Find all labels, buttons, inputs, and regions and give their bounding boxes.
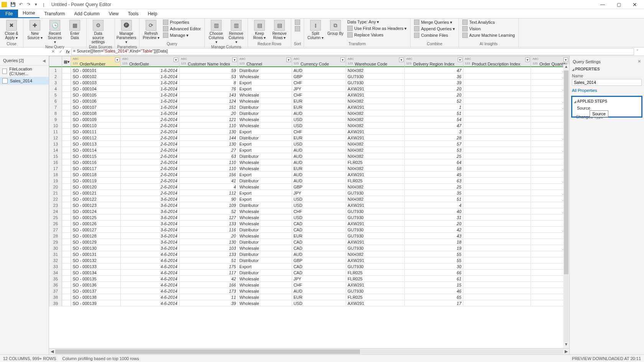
row-number[interactable]: 19 <box>49 178 62 184</box>
cell[interactable]: AXW291 <box>346 129 404 135</box>
cell[interactable]: SO - 000139 <box>71 300 120 306</box>
vertical-scroll-thumb[interactable] <box>564 70 568 274</box>
cell[interactable]: CAD <box>292 245 346 251</box>
qat-dropdown-icon[interactable]: ▾ <box>33 2 39 8</box>
row-number[interactable]: 4 <box>49 86 62 92</box>
cell[interactable]: EUR <box>292 104 346 110</box>
cell[interactable]: 20 <box>179 110 238 116</box>
cell[interactable]: 4-6-2014 <box>120 288 179 294</box>
cell[interactable]: AXW291 <box>346 257 404 264</box>
table-row[interactable]: 37SO - 0001374-6-2014173WholesaleAUDGUT9… <box>49 288 569 294</box>
manage-button[interactable]: Manage ▾ <box>162 32 202 38</box>
cell[interactable]: NXH382 <box>346 165 404 172</box>
cell[interactable]: Distributor <box>238 227 292 233</box>
collapse-queries-button[interactable]: ◀ <box>43 59 46 63</box>
cell[interactable]: SO - 000104 <box>71 86 120 92</box>
cell[interactable]: SO - 000102 <box>71 74 120 80</box>
row-number[interactable]: 22 <box>49 196 62 202</box>
row-number[interactable]: 17 <box>49 165 62 172</box>
row-number[interactable]: 33 <box>49 264 62 270</box>
cell[interactable]: 51 <box>179 257 238 264</box>
cell[interactable]: 130 <box>179 239 238 245</box>
cell[interactable]: 4-6-2014 <box>120 282 179 288</box>
vertical-scrollbar[interactable]: ▲ ▼ <box>563 64 569 348</box>
cell[interactable]: 124 <box>179 98 238 104</box>
table-row[interactable]: 9SO - 0001092-6-2014121WholesaleUSDNXH38… <box>49 116 569 123</box>
cell[interactable]: 3-6-2014 <box>120 239 179 245</box>
table-row[interactable]: 28SO - 0001283-6-201420WholesaleEURGUT93… <box>49 233 569 239</box>
cell[interactable]: 121 <box>179 116 238 123</box>
table-row[interactable]: 38SO - 0001384-6-201411WholesaleEURFLR02… <box>49 294 569 300</box>
cell[interactable]: Distributor <box>238 239 292 245</box>
horizontal-scroll-thumb[interactable] <box>55 349 360 354</box>
cell[interactable]: USD <box>292 116 346 123</box>
tab-transform[interactable]: Transform <box>39 10 69 18</box>
cell[interactable] <box>463 294 531 300</box>
cell[interactable]: 4 <box>404 202 463 208</box>
cell[interactable]: 43 <box>404 233 463 239</box>
cell[interactable] <box>463 104 531 110</box>
cell[interactable]: SO - 000103 <box>71 80 120 86</box>
tab-add-column[interactable]: Add Column <box>70 10 104 18</box>
cell[interactable]: JPY <box>292 276 346 282</box>
cell[interactable] <box>463 153 531 159</box>
cell[interactable]: Wholesale <box>238 245 292 251</box>
row-number[interactable]: 2 <box>49 74 62 80</box>
cell[interactable]: SO - 000122 <box>71 196 120 202</box>
cell[interactable]: 52 <box>404 98 463 104</box>
cell[interactable]: CHF <box>292 129 346 135</box>
cell[interactable]: 52 <box>179 208 238 215</box>
row-number[interactable]: 28 <box>49 233 62 239</box>
cell[interactable]: 1-6-2014 <box>120 80 179 86</box>
cell[interactable]: AUD <box>292 172 346 178</box>
cell[interactable] <box>463 86 531 92</box>
cell[interactable]: GUT930 <box>346 208 404 215</box>
row-number[interactable]: 34 <box>49 270 62 276</box>
cell[interactable] <box>463 178 531 184</box>
cell[interactable] <box>463 208 531 215</box>
cell[interactable] <box>463 245 531 251</box>
choose-columns-button[interactable]: ▥Choose Columns ▾ <box>207 19 225 45</box>
table-row[interactable]: 30SO - 0001303-6-2014103WholesaleCADGUT9… <box>49 245 569 251</box>
table-row[interactable]: 39SO - 0001394-6-201439WholesaleUSDAXW29… <box>49 300 569 306</box>
cell[interactable]: CAD <box>292 239 346 245</box>
cell[interactable]: AUD <box>292 110 346 116</box>
cell[interactable]: AXW291 <box>346 221 404 227</box>
scroll-up-button[interactable]: ▲ <box>563 64 569 70</box>
cell[interactable] <box>463 276 531 282</box>
fx-icon[interactable]: fx <box>66 49 70 54</box>
query-item-sales2014[interactable]: Sales_2014 <box>0 77 49 85</box>
row-number[interactable]: 20 <box>49 184 62 190</box>
cell[interactable]: 2-6-2014 <box>120 165 179 172</box>
cell[interactable]: USD <box>292 196 346 202</box>
cell[interactable]: SO - 000127 <box>71 227 120 233</box>
cell[interactable]: 3-6-2014 <box>120 208 179 215</box>
cell[interactable]: 3-6-2014 <box>120 196 179 202</box>
cell[interactable]: 57 <box>404 141 463 147</box>
cell[interactable]: Export <box>238 264 292 270</box>
cell[interactable] <box>463 92 531 98</box>
cell[interactable]: NXH382 <box>346 251 404 257</box>
cell[interactable]: Wholesale <box>238 165 292 172</box>
cell[interactable]: SO - 000129 <box>71 239 120 245</box>
table-row[interactable]: 29SO - 0001293-6-2014130DistributorCADAX… <box>49 239 569 245</box>
row-number[interactable]: 25 <box>49 215 62 221</box>
cell[interactable]: 4-6-2014 <box>120 270 179 276</box>
table-row[interactable]: 25SO - 0001253-6-2014127WholesaleUSDGUT9… <box>49 215 569 221</box>
cell[interactable]: GBP <box>292 74 346 80</box>
cell[interactable]: NXH382 <box>346 184 404 190</box>
row-number[interactable]: 10 <box>49 123 62 129</box>
cell[interactable]: 20 <box>404 86 463 92</box>
cell[interactable]: 53 <box>404 147 463 153</box>
cell[interactable]: CAD <box>292 264 346 270</box>
cell[interactable]: Wholesale <box>238 74 292 80</box>
cell[interactable]: 51 <box>404 196 463 202</box>
cell[interactable]: Wholesale <box>238 123 292 129</box>
cell[interactable]: AUD <box>292 67 346 74</box>
row-number[interactable]: 9 <box>49 116 62 123</box>
cell[interactable]: Export <box>238 141 292 147</box>
cell[interactable]: Distributor <box>238 257 292 264</box>
cell[interactable] <box>463 264 531 270</box>
cell[interactable]: 3-6-2014 <box>120 227 179 233</box>
sort-asc-button[interactable] <box>294 19 301 25</box>
